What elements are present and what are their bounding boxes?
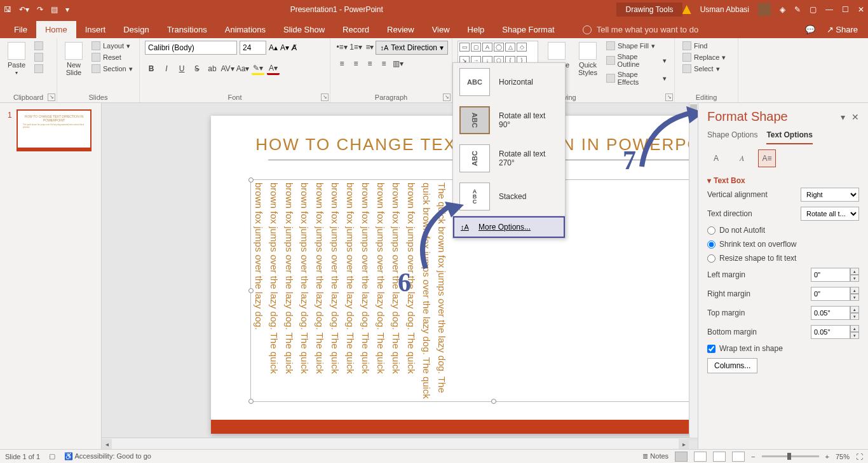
align-left-button[interactable]: ≡ [336, 57, 348, 70]
text-direction-select[interactable]: Rotate all t... [801, 207, 859, 221]
spin-down[interactable]: ▾ [850, 294, 859, 301]
scroll-right-icon[interactable]: ▸ [679, 439, 689, 449]
slide-thumbnail-1[interactable]: HOW TO CHANGE TEXT DIRECTION IN POWERPOI… [17, 109, 92, 151]
share-button[interactable]: ↗ Share [827, 25, 858, 34]
tab-help[interactable]: Help [459, 21, 494, 38]
resize-handle[interactable] [491, 399, 496, 404]
tab-file[interactable]: File [5, 21, 36, 38]
zoom-out-icon[interactable]: − [751, 453, 755, 460]
radio-resize[interactable] [707, 254, 715, 263]
char-spacing-button[interactable]: AV▾ [221, 62, 234, 75]
decrease-font-icon[interactable]: A▾ [280, 43, 289, 52]
tab-insert[interactable]: Insert [76, 21, 115, 38]
user-name[interactable]: Usman Abbasi [700, 5, 749, 14]
cut-button[interactable] [32, 41, 46, 51]
shape-fill-button[interactable]: Shape Fill ▾ [604, 41, 669, 51]
paragraph-dialog-launcher[interactable]: ↘ [443, 93, 451, 101]
dropdown-rotate-270[interactable]: ABCRotate all text 270° [453, 139, 565, 177]
resize-handle[interactable] [248, 177, 254, 183]
horizontal-scrollbar[interactable]: ◂ ▸ [102, 438, 689, 449]
format-painter-button[interactable] [32, 64, 46, 74]
justify-button[interactable]: ≡ [377, 57, 390, 70]
dropdown-stacked[interactable]: ABCStacked [453, 177, 565, 216]
font-size-input[interactable] [240, 41, 266, 55]
dropdown-horizontal[interactable]: ABCHorizontal [453, 63, 565, 101]
undo-icon[interactable]: ↶▾ [19, 5, 29, 14]
font-color-button[interactable]: A▾ [267, 62, 280, 75]
tab-slideshow[interactable]: Slide Show [275, 21, 334, 38]
shadow-button[interactable]: ab [206, 62, 219, 75]
wrap-checkbox[interactable] [707, 345, 715, 353]
ribbon-options-icon[interactable]: ▢ [810, 5, 817, 14]
find-button[interactable]: Find [680, 41, 728, 51]
normal-view-icon[interactable] [675, 452, 688, 462]
reading-view-icon[interactable] [713, 452, 726, 462]
shape-outline-button[interactable]: Shape Outline ▾ [604, 52, 669, 69]
spin-up[interactable]: ▴ [850, 287, 859, 294]
textbox-icon[interactable]: A≡ [758, 149, 776, 167]
spin-up[interactable]: ▴ [850, 325, 859, 332]
copy-button[interactable] [32, 52, 46, 62]
tab-review[interactable]: Review [378, 21, 423, 38]
paste-button[interactable]: Paste▾ [5, 41, 28, 77]
close-icon[interactable]: ✕ [858, 5, 864, 14]
comments-icon[interactable]: 💬 [805, 25, 815, 34]
user-avatar[interactable] [758, 3, 771, 16]
tab-design[interactable]: Design [114, 21, 158, 38]
radio-no-autofit[interactable] [707, 226, 715, 235]
text-effects-icon[interactable]: 𝐴 [733, 149, 750, 167]
scroll-left-icon[interactable]: ◂ [102, 439, 112, 449]
change-case-button[interactable]: Aa▾ [236, 62, 249, 75]
fit-to-window-icon[interactable]: ⛶ [856, 453, 863, 460]
magic-icon[interactable]: ✎ [794, 5, 801, 14]
section-text-box[interactable]: ▾ Text Box [707, 176, 859, 185]
spin-up[interactable]: ▴ [850, 268, 859, 275]
left-margin-input[interactable] [811, 268, 850, 282]
strikethrough-button[interactable]: S̶ [191, 62, 203, 75]
select-button[interactable]: Select ▾ [680, 64, 728, 74]
font-dialog-launcher[interactable]: ↘ [321, 93, 329, 101]
top-margin-input[interactable] [811, 306, 850, 320]
increase-font-icon[interactable]: A▴ [269, 43, 278, 52]
resize-handle[interactable] [248, 288, 254, 293]
tab-shape-format[interactable]: Shape Format [493, 21, 563, 38]
italic-button[interactable]: I [160, 62, 173, 75]
highlight-button[interactable]: ✎▾ [252, 62, 264, 75]
vertical-scrollbar[interactable] [689, 103, 698, 438]
pane-tab-shape-options[interactable]: Shape Options [707, 130, 757, 144]
bottom-margin-input[interactable] [811, 325, 850, 339]
tab-view[interactable]: View [423, 21, 459, 38]
spin-down[interactable]: ▾ [850, 313, 859, 320]
zoom-level[interactable]: 75% [836, 453, 850, 460]
diamond-icon[interactable]: ◈ [780, 5, 785, 14]
reset-button[interactable]: Reset [89, 52, 135, 62]
maximize-icon[interactable]: ☐ [842, 5, 849, 14]
pane-close-icon[interactable]: ✕ [851, 112, 859, 122]
radio-shrink[interactable] [707, 240, 715, 249]
align-center-button[interactable]: ≡ [349, 57, 362, 70]
clipboard-dialog-launcher[interactable]: ↘ [48, 93, 55, 101]
zoom-slider[interactable] [762, 455, 819, 457]
columns-button[interactable]: ▥▾ [391, 57, 404, 70]
save-icon[interactable]: 🖫 [4, 5, 11, 14]
replace-button[interactable]: Replace ▾ [680, 52, 728, 62]
clear-formatting-icon[interactable]: A̸ [292, 43, 297, 52]
zoom-in-icon[interactable]: + [825, 453, 829, 460]
resize-handle[interactable] [248, 399, 254, 404]
spin-down[interactable]: ▾ [850, 332, 859, 339]
tab-transitions[interactable]: Transitions [158, 21, 216, 38]
valign-select[interactable]: Right [801, 188, 859, 202]
drawing-dialog-launcher[interactable]: ↘ [665, 93, 673, 101]
right-margin-input[interactable] [811, 287, 850, 301]
text-fill-outline-icon[interactable]: A [707, 149, 725, 167]
bold-button[interactable]: B [145, 62, 158, 75]
tell-me-search[interactable]: Tell me what you want to do [576, 21, 705, 38]
numbering-button[interactable]: 1≡▾ [349, 41, 362, 53]
accessibility-status[interactable]: ♿ Accessibility: Good to go [64, 452, 151, 460]
list-level-button[interactable]: ≡▾ [363, 41, 376, 53]
warning-icon[interactable] [682, 5, 691, 14]
font-name-input[interactable] [145, 41, 237, 55]
start-from-beginning-icon[interactable]: ▤ [51, 5, 58, 14]
spin-up[interactable]: ▴ [850, 306, 859, 313]
shape-effects-button[interactable]: Shape Effects ▾ [604, 70, 669, 86]
